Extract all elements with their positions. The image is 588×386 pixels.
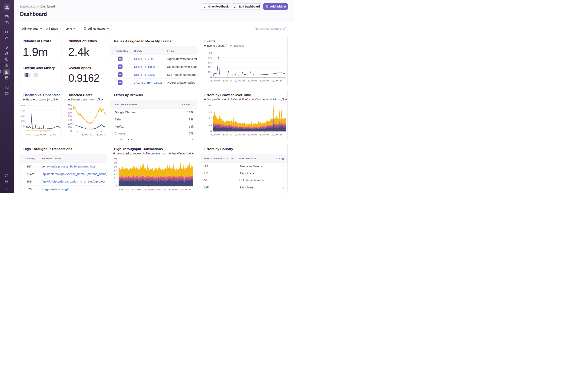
svg-text:5m: 5m: [114, 165, 117, 168]
svg-text:20k: 20k: [21, 120, 25, 122]
svg-text:30k: 30k: [208, 61, 212, 64]
svg-text:50k: 50k: [208, 51, 212, 54]
svg-text:50k: 50k: [21, 104, 25, 107]
svg-text:7m: 7m: [114, 158, 117, 160]
svg-text:4k: 4k: [209, 104, 212, 107]
svg-text:6m: 6m: [114, 161, 117, 164]
svg-text:400: 400: [68, 115, 72, 118]
svg-text:8:00 PM: 8:00 PM: [223, 133, 232, 136]
svg-text:1m: 1m: [114, 181, 117, 184]
svg-text:20k: 20k: [208, 66, 212, 69]
svg-text:4:00 PM: 4:00 PM: [119, 188, 129, 191]
svg-text:4:00 PM: 4:00 PM: [26, 133, 36, 136]
svg-text:100: 100: [68, 126, 72, 129]
svg-text:0: 0: [24, 130, 25, 133]
svg-text:10k: 10k: [21, 125, 25, 127]
svg-text:12:00 AM: 12:00 AM: [143, 188, 154, 191]
svg-text:10k: 10k: [208, 71, 212, 73]
svg-text:3m: 3m: [114, 173, 117, 176]
svg-text:4:00 AM: 4:00 AM: [247, 79, 257, 82]
svg-text:40k: 40k: [21, 109, 25, 112]
svg-text:0: 0: [70, 130, 72, 133]
svg-text:12:00 P: 12:00 P: [50, 133, 59, 136]
svg-text:0: 0: [210, 130, 212, 133]
svg-text:300: 300: [68, 119, 72, 122]
svg-text:12:00 AM: 12:00 AM: [234, 133, 245, 136]
svg-text:8:00 PM: 8:00 PM: [132, 188, 141, 191]
svg-text:4:00 AM: 4:00 AM: [156, 188, 166, 191]
svg-text:0: 0: [116, 185, 117, 187]
svg-text:12:00 PM: 12:00 PM: [271, 79, 282, 82]
svg-text:1k: 1k: [209, 123, 212, 126]
svg-text:8:00 AM: 8:00 AM: [169, 188, 178, 191]
svg-text:12:00 P: 12:00 P: [97, 133, 105, 136]
svg-text:8:00 PM: 8:00 PM: [223, 79, 232, 82]
svg-text:30k: 30k: [21, 114, 25, 117]
svg-text:4m: 4m: [114, 169, 117, 172]
svg-text:4:00 PM: 4:00 PM: [210, 133, 220, 136]
svg-text:12:00 PM: 12:00 PM: [271, 133, 282, 136]
svg-text:12:00 AM: 12:00 AM: [82, 133, 92, 136]
svg-text:500: 500: [68, 112, 72, 114]
svg-text:200: 200: [68, 122, 72, 125]
svg-text:4:00 PM: 4:00 PM: [210, 79, 220, 82]
svg-text:4:00 AM: 4:00 AM: [247, 133, 257, 136]
svg-text:2k: 2k: [209, 117, 212, 120]
svg-text:12:00 AM: 12:00 AM: [35, 133, 46, 136]
svg-text:?: ?: [6, 174, 7, 177]
svg-text:12:00 PM: 12:00 PM: [180, 188, 191, 191]
svg-text:3k: 3k: [209, 110, 212, 113]
svg-text:40k: 40k: [208, 56, 212, 59]
svg-text:8:00 AM: 8:00 AM: [260, 79, 269, 82]
svg-text:8:00 AM: 8:00 AM: [260, 133, 269, 136]
svg-text:600: 600: [68, 108, 72, 111]
svg-text:700: 700: [68, 104, 72, 107]
svg-text:12:00 AM: 12:00 AM: [234, 79, 245, 82]
svg-text:0: 0: [210, 76, 212, 78]
svg-text:2m: 2m: [114, 177, 117, 180]
